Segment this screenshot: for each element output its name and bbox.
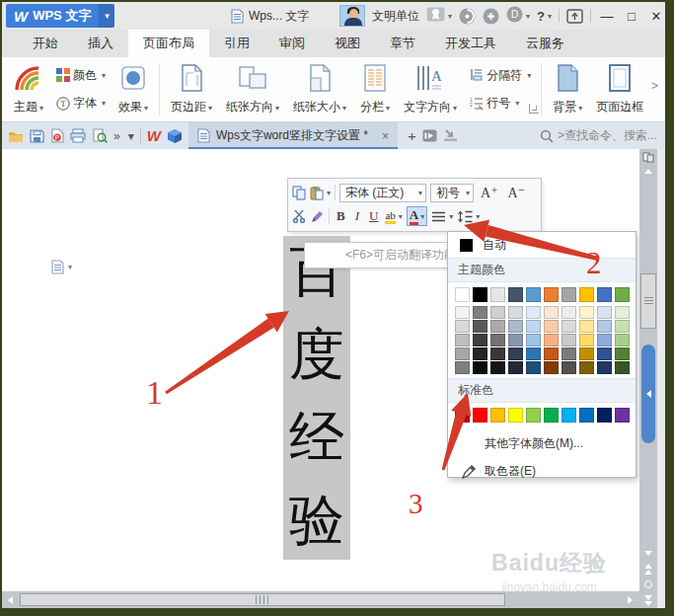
menu-tab-4[interactable]: 引用 bbox=[209, 30, 264, 57]
tint-color-swatch[interactable] bbox=[562, 320, 576, 333]
ribbon-button-papersize[interactable]: 纸张大小▾ bbox=[287, 59, 352, 119]
tint-color-swatch[interactable] bbox=[579, 347, 594, 360]
scroll-down-button[interactable] bbox=[639, 545, 657, 561]
tint-color-swatch[interactable] bbox=[597, 334, 612, 346]
tint-color-swatch[interactable] bbox=[508, 334, 523, 346]
tint-color-swatch[interactable] bbox=[597, 306, 612, 319]
honor-badge-button[interactable]: ▾ bbox=[426, 7, 452, 25]
tint-color-swatch[interactable] bbox=[473, 347, 487, 360]
tint-color-swatch[interactable] bbox=[508, 320, 523, 333]
tint-color-swatch[interactable] bbox=[473, 320, 487, 333]
standard-color-swatch[interactable] bbox=[544, 408, 559, 423]
tint-color-swatch[interactable] bbox=[490, 320, 505, 333]
close-button[interactable]: ✕ bbox=[647, 9, 665, 24]
ribbon-button-columns[interactable]: 分栏▾ bbox=[354, 59, 396, 119]
tint-color-swatch[interactable] bbox=[615, 306, 630, 319]
signature-button[interactable]: D ▾ bbox=[506, 6, 530, 26]
scroll-right-button[interactable] bbox=[622, 596, 637, 604]
font-name-select[interactable]: 宋体 (正文) ▾ bbox=[339, 184, 426, 202]
ribbon-button-breaks[interactable]: 分隔符▾ bbox=[467, 65, 534, 86]
menu-tab-8[interactable]: 开发工具 bbox=[430, 30, 511, 57]
menu-tab-2[interactable]: 插入 bbox=[73, 30, 128, 57]
wps-home-icon[interactable]: W bbox=[147, 127, 161, 144]
menu-tab-6[interactable]: 视图 bbox=[320, 30, 375, 57]
theme-color-swatch[interactable] bbox=[562, 287, 576, 302]
tint-color-swatch[interactable] bbox=[562, 347, 576, 360]
ribbon-button-textdir[interactable]: A文字方向▾ bbox=[398, 59, 463, 119]
tint-color-swatch[interactable] bbox=[544, 334, 559, 346]
minimize-button[interactable]: — bbox=[598, 9, 616, 24]
theme-color-swatch[interactable] bbox=[473, 287, 487, 302]
workspace-cube-icon[interactable] bbox=[167, 128, 183, 144]
paste-options-floaty[interactable]: ▾ bbox=[51, 260, 72, 274]
tint-color-swatch[interactable] bbox=[455, 320, 470, 333]
tint-color-swatch[interactable] bbox=[615, 361, 630, 374]
underline-button[interactable]: U bbox=[366, 208, 381, 224]
bold-button[interactable]: B bbox=[334, 208, 348, 224]
menu-tab-1[interactable]: 开始 bbox=[18, 30, 73, 57]
standard-color-swatch[interactable] bbox=[562, 408, 576, 423]
tint-color-swatch[interactable] bbox=[544, 306, 559, 319]
scroll-left-button[interactable] bbox=[2, 596, 18, 604]
tint-color-swatch[interactable] bbox=[544, 320, 559, 333]
ribbon-button-palette[interactable]: 颜色▾ bbox=[53, 65, 109, 86]
highlight-button[interactable]: ab ▾ bbox=[385, 209, 402, 224]
theme-color-swatch[interactable] bbox=[597, 287, 612, 302]
theme-color-swatch[interactable] bbox=[490, 287, 505, 302]
tint-color-swatch[interactable] bbox=[508, 347, 523, 360]
vertical-scrollbar[interactable] bbox=[639, 149, 657, 608]
tint-color-swatch[interactable] bbox=[597, 320, 612, 333]
tint-color-swatch[interactable] bbox=[455, 306, 470, 319]
ribbon-button-effects[interactable]: 效果▾ bbox=[112, 59, 154, 119]
menu-tab-5[interactable]: 审阅 bbox=[264, 30, 320, 57]
document-canvas[interactable]: 百度经验 <F6>可启动翻译功能 ▾ ▾ 宋体 (正文) bbox=[2, 149, 639, 591]
tint-color-swatch[interactable] bbox=[526, 334, 541, 346]
save-icon[interactable] bbox=[30, 129, 44, 143]
ribbon-button-background[interactable]: 背景▾ bbox=[547, 59, 588, 119]
standard-color-swatch[interactable] bbox=[597, 408, 612, 423]
close-tab-icon[interactable]: × bbox=[382, 129, 389, 143]
tint-color-swatch[interactable] bbox=[615, 320, 630, 333]
menu-tab-3[interactable]: 页面布局 bbox=[128, 30, 209, 57]
tint-color-swatch[interactable] bbox=[579, 361, 594, 374]
tint-color-swatch[interactable] bbox=[455, 334, 470, 346]
standard-color-swatch[interactable] bbox=[455, 408, 470, 423]
scroll-up-button[interactable] bbox=[639, 163, 657, 179]
tint-color-swatch[interactable] bbox=[579, 320, 594, 333]
presentation-mode-icon[interactable] bbox=[422, 129, 437, 142]
ribbon-button-theme[interactable]: 主题▾ bbox=[8, 59, 49, 119]
ribbon-button-orientation[interactable]: 纸张方向▾ bbox=[220, 59, 285, 119]
tint-color-swatch[interactable] bbox=[526, 306, 541, 319]
ribbon-button-margins[interactable]: 页边距▾ bbox=[165, 59, 218, 119]
theme-color-swatch[interactable] bbox=[615, 287, 630, 302]
tint-color-swatch[interactable] bbox=[473, 306, 487, 319]
selected-text-block[interactable]: 百度经验 bbox=[283, 236, 350, 560]
import-icon[interactable] bbox=[443, 129, 458, 142]
shading-button[interactable]: ▾ bbox=[431, 210, 453, 223]
page-setup-dialog-launcher[interactable] bbox=[529, 104, 539, 114]
theme-color-swatch[interactable] bbox=[544, 287, 559, 302]
horizontal-scroll-thumb[interactable] bbox=[20, 593, 505, 606]
tint-color-swatch[interactable] bbox=[615, 334, 630, 346]
theme-color-swatch[interactable] bbox=[455, 287, 470, 302]
italic-button[interactable]: I bbox=[352, 208, 362, 224]
tint-color-swatch[interactable] bbox=[473, 334, 487, 346]
export-pdf-icon[interactable]: P bbox=[50, 128, 64, 143]
font-size-select[interactable]: 初号 ▾ bbox=[430, 184, 474, 202]
tint-color-swatch[interactable] bbox=[562, 361, 576, 374]
font-color-button[interactable]: A ▾ bbox=[407, 206, 427, 226]
vertical-scroll-thumb[interactable] bbox=[640, 273, 656, 329]
tint-color-swatch[interactable] bbox=[597, 361, 612, 374]
tint-color-swatch[interactable] bbox=[490, 361, 505, 374]
tint-color-swatch[interactable] bbox=[562, 334, 576, 346]
format-painter-button[interactable] bbox=[311, 209, 325, 223]
command-search[interactable]: >查找命令、搜索... bbox=[540, 127, 657, 144]
tint-color-swatch[interactable] bbox=[544, 361, 559, 374]
app-menu-arrow[interactable]: ▾ bbox=[99, 4, 114, 28]
new-tab-button[interactable]: + bbox=[408, 127, 416, 144]
tint-color-swatch[interactable] bbox=[562, 306, 576, 319]
print-preview-icon[interactable] bbox=[92, 128, 108, 144]
standard-color-swatch[interactable] bbox=[490, 408, 505, 423]
paste-button[interactable]: ▾ bbox=[310, 186, 331, 200]
tint-color-swatch[interactable] bbox=[526, 361, 541, 374]
